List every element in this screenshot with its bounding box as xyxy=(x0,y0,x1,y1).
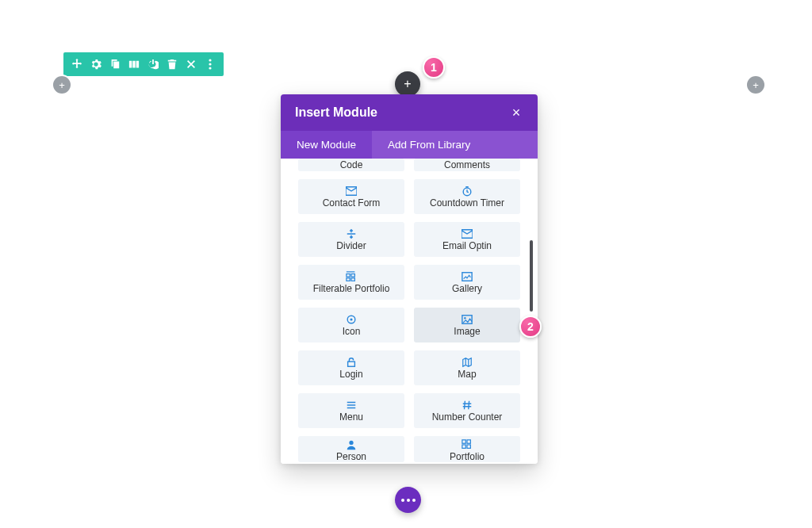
image-frame-icon xyxy=(462,271,473,282)
svg-rect-7 xyxy=(351,278,354,281)
section-toolbar[interactable] xyxy=(63,52,224,76)
move-icon[interactable] xyxy=(68,52,86,76)
annotation-badge-1: 1 xyxy=(423,56,445,78)
module-card-image[interactable]: Image xyxy=(414,308,520,342)
module-label: Login xyxy=(339,369,362,379)
dot-icon xyxy=(412,499,416,502)
module-label: Number Counter xyxy=(432,412,503,422)
module-card-map[interactable]: Map xyxy=(414,350,520,385)
modal-header: Insert Module × xyxy=(281,94,538,131)
modal-body: Code Comments Contact Form Countdown Tim… xyxy=(281,159,538,464)
svg-point-14 xyxy=(349,441,353,445)
close-icon[interactable]: × xyxy=(509,105,523,120)
module-label: Countdown Timer xyxy=(430,198,504,208)
annotation-badge-2: 2 xyxy=(519,316,542,338)
tab-new-module[interactable]: New Module xyxy=(281,131,372,159)
module-card-email-optin[interactable]: Email Optin xyxy=(414,222,520,257)
module-label: Filterable Portfolio xyxy=(313,284,390,293)
svg-point-10 xyxy=(350,318,352,320)
svg-point-12 xyxy=(464,317,465,319)
module-label: Map xyxy=(458,369,476,379)
divider-icon xyxy=(346,228,357,239)
module-card-login[interactable]: Login xyxy=(298,350,404,385)
svg-rect-5 xyxy=(351,274,354,277)
module-card-icon[interactable]: Icon xyxy=(298,308,404,342)
target-icon xyxy=(346,314,357,325)
modal-tabs: New Module Add From Library xyxy=(281,131,538,159)
gear-icon[interactable] xyxy=(87,52,105,76)
map-icon xyxy=(462,357,473,368)
svg-point-0 xyxy=(209,59,211,61)
svg-rect-4 xyxy=(347,274,350,277)
module-label: Contact Form xyxy=(323,198,381,208)
svg-point-1 xyxy=(209,63,211,65)
hash-icon xyxy=(462,400,473,411)
add-column-right-button[interactable]: + xyxy=(747,76,764,94)
module-card-countdown-timer[interactable]: Countdown Timer xyxy=(414,179,520,214)
clone-icon[interactable] xyxy=(106,52,124,76)
svg-rect-18 xyxy=(467,445,470,448)
svg-rect-13 xyxy=(348,362,355,366)
module-card-number-counter[interactable]: Number Counter xyxy=(414,393,520,428)
menu-icon xyxy=(346,400,357,411)
svg-rect-17 xyxy=(462,445,465,448)
module-label: Comments xyxy=(444,160,490,170)
close-icon[interactable] xyxy=(182,52,200,76)
module-card-contact-form[interactable]: Contact Form xyxy=(298,179,404,214)
module-card-divider[interactable]: Divider xyxy=(298,222,404,257)
module-label: Portfolio xyxy=(450,452,485,461)
add-column-left-button[interactable]: + xyxy=(53,76,71,94)
modules-scroll[interactable]: Code Comments Contact Form Countdown Tim… xyxy=(281,159,538,464)
grid-icon xyxy=(462,439,473,450)
module-label: Gallery xyxy=(452,284,482,293)
tab-add-from-library[interactable]: Add From Library xyxy=(372,131,486,159)
module-label: Icon xyxy=(343,327,361,336)
envelope-icon xyxy=(346,186,357,197)
module-card-code[interactable]: Code xyxy=(298,159,404,171)
module-label: Divider xyxy=(336,241,366,251)
power-icon[interactable] xyxy=(144,52,162,76)
clock-icon xyxy=(462,186,473,197)
svg-point-2 xyxy=(209,67,211,69)
module-label: Menu xyxy=(339,412,363,422)
svg-rect-15 xyxy=(462,440,465,443)
module-label: Code xyxy=(340,160,363,170)
envelope-icon xyxy=(462,228,473,239)
columns-icon[interactable] xyxy=(125,52,143,76)
grid-icon xyxy=(346,271,357,282)
dot-icon xyxy=(407,499,410,502)
modules-grid: Code Comments Contact Form Countdown Tim… xyxy=(298,159,520,462)
more-icon[interactable] xyxy=(201,52,219,76)
modal-title: Insert Module xyxy=(295,105,377,120)
person-icon xyxy=(346,439,357,450)
module-card-portfolio[interactable]: Portfolio xyxy=(414,436,520,462)
svg-rect-16 xyxy=(467,440,470,443)
image-icon xyxy=(462,314,473,325)
lock-icon xyxy=(346,357,357,368)
insert-module-modal: Insert Module × New Module Add From Libr… xyxy=(281,94,538,464)
svg-rect-6 xyxy=(347,278,350,281)
page-actions-button[interactable] xyxy=(395,487,421,513)
module-label: Person xyxy=(336,452,366,461)
scrollbar-thumb[interactable] xyxy=(530,240,533,312)
module-card-gallery[interactable]: Gallery xyxy=(414,265,520,300)
module-card-comments[interactable]: Comments xyxy=(414,159,520,171)
module-card-filterable-portfolio[interactable]: Filterable Portfolio xyxy=(298,265,404,300)
dot-icon xyxy=(401,499,404,502)
module-label: Image xyxy=(454,327,480,336)
add-row-button[interactable]: + xyxy=(395,71,420,97)
module-card-person[interactable]: Person xyxy=(298,436,404,462)
module-label: Email Optin xyxy=(442,241,492,251)
trash-icon[interactable] xyxy=(163,52,181,76)
module-card-menu[interactable]: Menu xyxy=(298,393,404,428)
